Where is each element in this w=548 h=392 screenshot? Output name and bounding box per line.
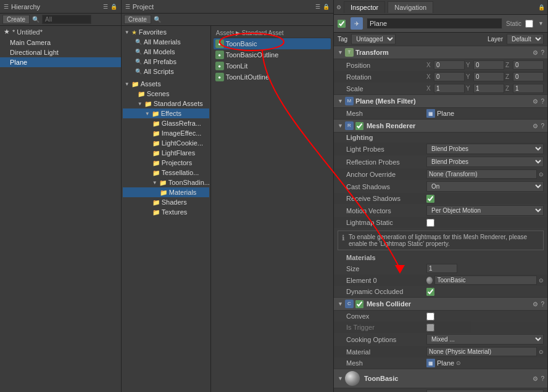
hierarchy-menu-icon[interactable]: ☰ xyxy=(103,4,108,10)
fav-scripts[interactable]: 🔍 All Scripts xyxy=(123,67,209,76)
meshrenderer-help[interactable]: ? xyxy=(540,123,545,129)
is-trigger-checkbox[interactable] xyxy=(426,324,434,332)
scenes-label: Scenes xyxy=(147,90,170,97)
receive-shadows-checkbox[interactable] xyxy=(426,195,434,203)
assets-standard[interactable]: ▼ 📁 Standard Assets xyxy=(123,99,209,108)
cast-shadows-dropdown[interactable]: On xyxy=(426,181,544,192)
project-create-button[interactable]: Create xyxy=(124,15,151,24)
hierarchy-create-button[interactable]: Create xyxy=(2,15,30,24)
collider-mesh-pick-icon[interactable]: ⊙ xyxy=(456,360,461,366)
assets-toonshading[interactable]: ▼ 📁 ToonShadin... xyxy=(123,178,209,187)
assets-effects[interactable]: ▼ 📁 Effects xyxy=(123,108,209,118)
transform-help-icon[interactable]: ? xyxy=(540,49,545,56)
pos-z-input[interactable] xyxy=(513,60,544,70)
toonbasic-help[interactable]: ? xyxy=(540,375,545,382)
static-checkbox[interactable] xyxy=(525,20,533,28)
toon-folder-icon: 📁 xyxy=(159,179,167,186)
is-trigger-label: Is Trigger xyxy=(346,324,426,331)
project-menu-icon[interactable]: ☰ xyxy=(315,4,320,10)
light-probes-label: Light Probes xyxy=(346,145,426,153)
assets-glass[interactable]: 📁 GlassRefra... xyxy=(123,118,209,128)
shader-dropdown[interactable]: Toon/Basic xyxy=(426,390,544,392)
tab-inspector[interactable]: Inspector xyxy=(344,1,385,13)
assets-textures[interactable]: 📁 Textures xyxy=(123,207,209,217)
scale-y-input[interactable] xyxy=(473,84,504,93)
transform-position-row: Position X Y Z xyxy=(334,59,547,71)
tab-navigation[interactable]: Navigation xyxy=(388,1,433,13)
convex-checkbox[interactable] xyxy=(426,312,434,321)
meshcollider-help[interactable]: ? xyxy=(540,301,545,308)
meshfilter-settings[interactable]: ⚙ xyxy=(532,98,539,105)
insp-lock-icon[interactable]: 🔒 xyxy=(538,4,545,10)
element0-input[interactable] xyxy=(434,276,537,285)
favorites-header[interactable]: ▼ ★ Favorites xyxy=(123,27,209,37)
hierarchy-lock-icon[interactable]: 🔒 xyxy=(110,4,117,10)
scale-x-input[interactable] xyxy=(434,84,465,93)
scale-z-input[interactable] xyxy=(513,84,544,93)
anchor-pick-icon[interactable]: ⊙ xyxy=(539,171,544,178)
transform-header[interactable]: ▼ T Transform ⚙ ? xyxy=(334,46,547,59)
reflection-probes-label: Reflection Probes xyxy=(346,158,426,166)
asset-toonlitoutline[interactable]: ● ToonLitOutline xyxy=(214,71,331,83)
assets-header[interactable]: ▼ 📁 Assets xyxy=(123,79,209,89)
pos-x-input[interactable] xyxy=(434,60,465,70)
hierarchy-item-camera[interactable]: Main Camera xyxy=(0,38,121,47)
toonbasic-header[interactable]: ▼ ToonBasic ⚙ ? xyxy=(334,369,547,388)
light-probes-dropdown[interactable]: Blend Probes xyxy=(426,144,544,154)
assets-scenes[interactable]: 📁 Scenes xyxy=(123,89,209,99)
lightmap-static-checkbox[interactable] xyxy=(426,219,434,227)
cooking-options-dropdown[interactable]: Mixed ... xyxy=(426,334,544,345)
effects-folder-icon: 📁 xyxy=(152,110,159,117)
assets-tessellation[interactable]: 📁 Tessellatio... xyxy=(123,168,209,178)
collider-material-input[interactable] xyxy=(426,347,537,356)
rot-z-label: Z xyxy=(505,73,512,80)
meshrenderer-active-checkbox[interactable] xyxy=(355,122,363,130)
hierarchy-search-input[interactable] xyxy=(42,15,91,24)
cooking-options-value: Mixed ... xyxy=(426,334,544,345)
assets-triangle: ▼ xyxy=(125,81,130,87)
meshcollider-active-checkbox[interactable] xyxy=(355,300,363,308)
meshfilter-help[interactable]: ? xyxy=(540,98,545,105)
static-dropdown-icon[interactable]: ▼ xyxy=(538,20,544,27)
asset-toonbasicoutline[interactable]: ● ToonBasicOutline xyxy=(214,49,331,60)
collider-material-pick-icon[interactable]: ⊙ xyxy=(539,349,544,355)
element0-pick-icon[interactable]: ⊙ xyxy=(539,277,544,284)
mesh-collider-header[interactable]: ▼ C Mesh Collider ⚙ ? xyxy=(334,298,547,311)
tag-dropdown[interactable]: Untagged xyxy=(351,34,396,44)
size-input[interactable] xyxy=(426,264,457,273)
assets-lightflares[interactable]: 📁 LightFlares xyxy=(123,148,209,158)
project-lock-icon[interactable]: 🔒 xyxy=(323,4,330,10)
fav-prefabs[interactable]: 🔍 All Prefabs xyxy=(123,57,209,67)
assets-shaders[interactable]: 📁 Shaders xyxy=(123,197,209,207)
assets-projectors[interactable]: 📁 Projectors xyxy=(123,158,209,168)
mesh-filter-header[interactable]: ▼ M Plane (Mesh Filter) ⚙ ? xyxy=(334,95,547,108)
asset-toonbasic[interactable]: ● ToonBasic xyxy=(214,38,331,49)
project-header: ☰ Project ☰ 🔒 xyxy=(122,0,333,14)
anchor-override-label: Anchor Override xyxy=(346,171,426,178)
fav-materials[interactable]: 🔍 All Materials xyxy=(123,37,209,47)
mesh-renderer-header[interactable]: ▼ R Mesh Renderer ⚙ ? xyxy=(334,120,547,133)
transform-settings-icon[interactable]: ⚙ xyxy=(532,49,539,56)
anchor-override-input[interactable] xyxy=(426,169,537,179)
anchor-override-row: Anchor Override ⊙ xyxy=(334,168,547,180)
object-name-input[interactable] xyxy=(367,18,502,29)
assets-materials[interactable]: 📁 Materials xyxy=(123,187,209,197)
rot-y-input[interactable] xyxy=(473,72,504,81)
meshrenderer-settings[interactable]: ⚙ xyxy=(532,123,539,129)
hierarchy-item-plane[interactable]: Plane xyxy=(0,57,121,67)
assets-image[interactable]: 📁 ImageEffec... xyxy=(123,128,209,138)
meshcollider-settings[interactable]: ⚙ xyxy=(532,301,539,308)
pos-y-input[interactable] xyxy=(473,60,504,70)
assets-lightcookie[interactable]: 📁 LightCookie... xyxy=(123,138,209,148)
asset-toonlit[interactable]: ● ToonLit xyxy=(214,60,331,71)
toonbasic-settings[interactable]: ⚙ xyxy=(532,375,539,382)
layer-dropdown[interactable]: Default xyxy=(507,34,544,44)
fav-models[interactable]: 🔍 All Models xyxy=(123,47,209,57)
dynamic-occluded-checkbox[interactable] xyxy=(426,288,434,296)
hierarchy-item-light[interactable]: Directional Light xyxy=(0,47,121,57)
rot-z-input[interactable] xyxy=(513,72,544,81)
rot-x-input[interactable] xyxy=(434,72,465,81)
object-active-checkbox[interactable] xyxy=(338,20,346,28)
motion-vectors-dropdown[interactable]: Per Object Motion xyxy=(426,205,544,216)
reflection-probes-dropdown[interactable]: Blend Probes xyxy=(426,157,544,167)
